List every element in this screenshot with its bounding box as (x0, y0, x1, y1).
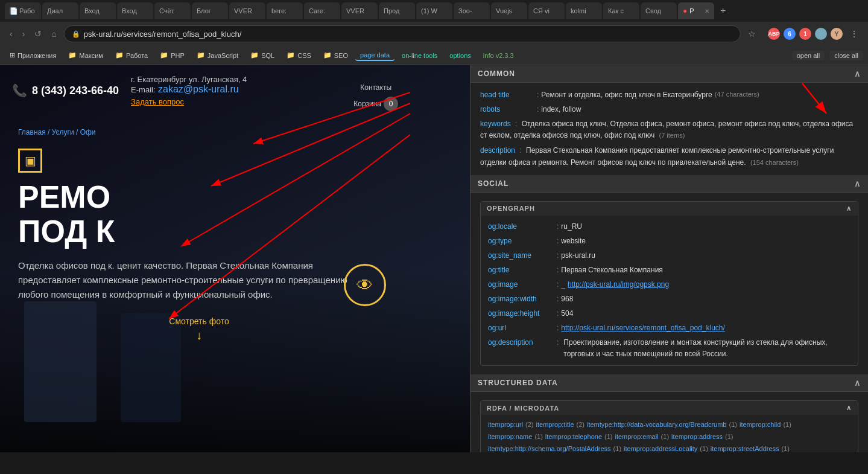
bookmark-css[interactable]: 📁 CSS (282, 50, 316, 60)
bookmark-seo[interactable]: 📁 SEO (318, 50, 353, 60)
hero-icon-decoration: ▣ (18, 149, 42, 173)
rdfa-microdata-header[interactable]: RDFA / MICRODATA ∧ (481, 401, 858, 415)
tab-label: Рабо (19, 7, 35, 14)
structured-data-content: RDFA / MICRODATA ∧ itemprop:url (2) item… (470, 392, 868, 452)
breadcrumb: Главная / Услуги / Офи (18, 128, 380, 136)
home-button[interactable]: ⌂ (49, 28, 59, 40)
bookmark-star-icon[interactable]: ☆ (746, 28, 758, 40)
tab-vver2[interactable]: VVER (341, 2, 378, 19)
microdata-link-6[interactable]: itemprop:telephone (545, 433, 602, 440)
bookmark-rabota[interactable]: 📁 Работа (110, 50, 153, 60)
robots-value: index, follow (541, 104, 581, 115)
new-tab-button[interactable]: + (715, 5, 730, 16)
tab-label: VVER (346, 7, 364, 14)
bookmark-info[interactable]: info v2.3.3 (478, 51, 519, 60)
tab-label: СЯ vi (533, 7, 550, 14)
tab-какс[interactable]: Как с (603, 2, 639, 19)
tab-care[interactable]: Care: (304, 2, 340, 19)
tab-блог[interactable]: Блог (192, 2, 228, 19)
tab-прод[interactable]: Прод (379, 2, 415, 19)
site-email: zakaz@psk-ural.ru (158, 84, 239, 94)
forward-button[interactable]: › (20, 28, 28, 40)
ext-btn-6[interactable]: 6 (784, 28, 796, 40)
bookmark-php[interactable]: 📁 PHP (155, 50, 189, 60)
rdfa-microdata-label: RDFA / MICRODATA (487, 405, 559, 412)
og-image-prefix: _ (561, 279, 565, 290)
tab-label: Как с (608, 7, 624, 14)
common-collapse-icon[interactable]: ∧ (854, 69, 861, 78)
bookmark-online-tools[interactable]: on-line tools (397, 51, 442, 60)
microdata-link-9[interactable]: itemtype:http://schema.org/PostalAddress (488, 445, 611, 452)
og-image-row: og:image : _ http://psk-ural.ru/img/ogps… (488, 277, 851, 292)
og-desc-row: og:description : Проектирование, изготов… (488, 335, 851, 362)
ask-question-link[interactable]: Задать вопрос (131, 97, 247, 106)
microdata-link-4[interactable]: itemprop:child (740, 421, 781, 428)
tab-label: Блог (197, 7, 211, 14)
tab-диал[interactable]: Диал (42, 2, 78, 19)
tab-счет[interactable]: Счёт (154, 2, 191, 19)
bookmark-sql[interactable]: 📁 SQL (246, 50, 279, 60)
microdata-link-5[interactable]: itemprop:name (488, 433, 532, 440)
tab-1w[interactable]: (1) W (416, 2, 452, 19)
tab-vver1[interactable]: VVER (229, 2, 265, 19)
microdata-link-7[interactable]: itemprop:email (615, 433, 658, 440)
bookmarks-bar: ⊞ Приложения 📁 Максим 📁 Работа 📁 PHP 📁 J… (0, 46, 868, 65)
rdfa-collapse-icon[interactable]: ∧ (846, 404, 852, 412)
tab-label: Care: (309, 7, 325, 14)
microdata-count-10: (1) (700, 445, 708, 452)
tab-bere[interactable]: bere: (267, 2, 303, 19)
user-avatar[interactable]: Y (831, 28, 843, 40)
main-area: 📞 8 (343) 243-66-40 г. Екатеринбург ул. … (0, 65, 868, 452)
structured-data-section-header[interactable]: STRUCTURED DATA ∧ (470, 374, 868, 392)
structured-data-collapse-icon[interactable]: ∧ (854, 378, 861, 388)
microdata-link-3[interactable]: itemtype:http://data-vocabulary.org/Brea… (587, 421, 727, 428)
microdata-link-8[interactable]: itemprop:address (671, 433, 723, 440)
bookmark-maxim[interactable]: 📁 Максим (63, 50, 108, 60)
og-image-value[interactable]: http://psk-ural.ru/img/ogpsk.png (568, 279, 669, 290)
bookmark-page-data[interactable]: page data (355, 50, 394, 61)
address-input[interactable]: 🔒 psk-ural.ru/services/remont_ofisa_pod_… (64, 25, 741, 42)
opengraph-label: OPENGRAPH (487, 205, 535, 212)
tab-рабо[interactable]: 📄 Рабо (5, 2, 41, 19)
tab-свод[interactable]: Свод (641, 2, 677, 19)
tab-active[interactable]: ● Р ✕ (678, 2, 714, 19)
bookmark-js[interactable]: 📁 JavaScript (192, 50, 243, 60)
close-all-button[interactable]: close all (829, 51, 863, 60)
description-count: (154 characters) (750, 159, 799, 166)
ext-btn-1[interactable]: 1 (799, 28, 811, 40)
og-locale-value: ru_RU (561, 221, 582, 232)
tab-вход2[interactable]: Вход (117, 2, 153, 19)
og-image-width-key: og:image:width (488, 293, 554, 304)
tab-вход1[interactable]: Вход (80, 2, 116, 19)
tab-close-icon[interactable]: ✕ (705, 8, 709, 14)
microdata-link-1[interactable]: itemprop:url (488, 421, 523, 428)
cta-text[interactable]: Смотреть фото (169, 316, 229, 326)
menu-icon[interactable]: ⋮ (847, 28, 861, 40)
tab-зоо[interactable]: Зоо- (454, 2, 490, 19)
head-title-row: head title : Ремонт и отделка, офис под … (480, 88, 858, 102)
og-url-value[interactable]: http://psk-ural.ru/services/remont_ofisa… (561, 322, 724, 333)
opengraph-collapse-icon[interactable]: ∧ (846, 205, 852, 213)
common-section-header[interactable]: COMMON ∧ (470, 65, 868, 83)
social-collapse-icon[interactable]: ∧ (854, 179, 861, 188)
microdata-link-10[interactable]: itemprop:addressLocality (624, 445, 697, 452)
microdata-link-2[interactable]: itemprop:title (536, 421, 574, 428)
folder-icon-css: 📁 (287, 51, 295, 59)
bookmark-options[interactable]: options (445, 51, 475, 60)
og-type-value: website (561, 235, 586, 246)
social-section-header[interactable]: SOCIAL ∧ (470, 175, 868, 193)
back-button[interactable]: ‹ (7, 28, 15, 40)
microdata-count-9: (1) (613, 445, 621, 452)
og-title-value: Первая Стекольная Компания (561, 264, 663, 275)
ext-btn-color[interactable] (815, 28, 827, 40)
adblock-extension[interactable]: ABP (768, 28, 780, 40)
tab-vuejs[interactable]: Vuejs (491, 2, 527, 19)
open-all-button[interactable]: open all (792, 51, 825, 60)
keywords-count: (7 items) (659, 132, 685, 139)
tab-kolmi[interactable]: kolmi (566, 2, 602, 19)
opengraph-header[interactable]: OPENGRAPH ∧ (481, 202, 858, 216)
tab-сяvi[interactable]: СЯ vi (528, 2, 565, 19)
bookmark-apps[interactable]: ⊞ Приложения (5, 50, 61, 60)
microdata-link-11[interactable]: itemprop:streetAddress (711, 445, 779, 452)
reload-button[interactable]: ↺ (32, 28, 44, 40)
